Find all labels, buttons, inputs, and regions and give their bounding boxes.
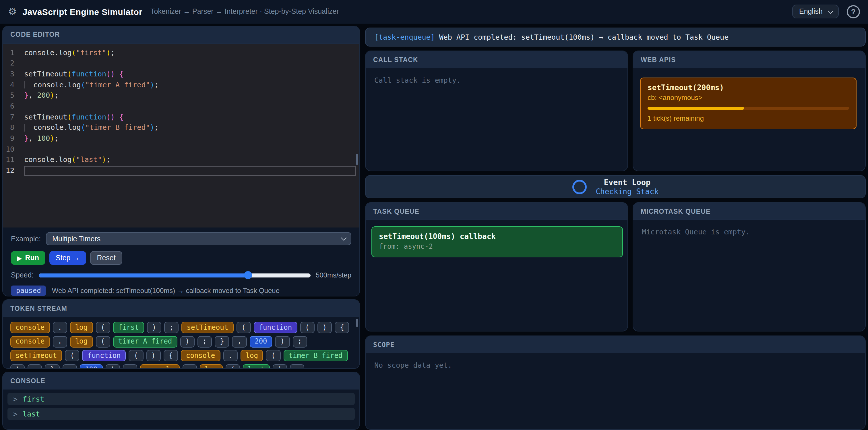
code-line-text bbox=[24, 166, 360, 176]
token-chip: ; bbox=[123, 364, 137, 369]
code-token: ( bbox=[81, 123, 85, 133]
top-bar: ⚙ JavaScript Engine Simulator Tokenizer … bbox=[0, 0, 868, 24]
code-token: console.log bbox=[24, 155, 72, 166]
token-chip: ( bbox=[236, 322, 251, 333]
token-chip: first bbox=[113, 322, 144, 333]
help-icon: ? bbox=[851, 7, 856, 16]
token-chip: . bbox=[53, 322, 67, 333]
token-chip: ) bbox=[10, 364, 25, 369]
code-token: function bbox=[72, 112, 106, 122]
code-line[interactable]: 8 console.log("timer B fired"); bbox=[3, 123, 360, 133]
code-token: function bbox=[72, 69, 106, 80]
console-entry-value: first bbox=[23, 395, 44, 403]
console-entry-value: last bbox=[23, 410, 40, 418]
code-line-text: setTimeout(function() { bbox=[24, 112, 360, 122]
line-number: 3 bbox=[3, 69, 24, 80]
scope-header: SCOPE bbox=[366, 336, 865, 353]
controls-section: Example: Multiple Timers ▶ Run Step → bbox=[3, 228, 360, 296]
app-root: ⚙ JavaScript Engine Simulator Tokenizer … bbox=[0, 0, 868, 430]
reset-button[interactable]: Reset bbox=[90, 251, 122, 265]
code-line-text bbox=[24, 101, 360, 112]
token-scrollbar[interactable] bbox=[356, 319, 358, 327]
step-button[interactable]: Step → bbox=[50, 251, 86, 265]
token-chip: log bbox=[70, 336, 93, 347]
code-line[interactable]: 11console.log("last"); bbox=[3, 155, 360, 166]
code-token bbox=[115, 112, 119, 122]
code-token: ) bbox=[150, 80, 154, 90]
code-token: 100 bbox=[37, 133, 50, 144]
code-editor[interactable]: 1console.log("first");23setTimeout(funct… bbox=[3, 44, 360, 228]
line-number: 5 bbox=[3, 90, 24, 101]
code-line-text: setTimeout(function() { bbox=[24, 69, 360, 80]
code-line[interactable]: 6 bbox=[3, 101, 360, 112]
code-token: , bbox=[28, 133, 37, 144]
code-line[interactable]: 10 bbox=[3, 144, 360, 155]
code-line[interactable]: 12 bbox=[3, 166, 360, 176]
example-select[interactable]: Multiple Timers bbox=[46, 232, 351, 245]
token-chip: ( bbox=[96, 336, 110, 347]
help-button[interactable]: ? bbox=[847, 5, 860, 18]
speed-slider[interactable] bbox=[39, 273, 311, 277]
code-line[interactable]: 1console.log("first"); bbox=[3, 48, 360, 58]
editor-scrollbar[interactable] bbox=[356, 154, 358, 165]
code-token: "timer A fired" bbox=[85, 80, 150, 90]
code-token: () bbox=[106, 112, 115, 122]
code-token bbox=[115, 69, 119, 80]
code-line-text: console.log("timer B fired"); bbox=[24, 123, 360, 133]
code-token: () bbox=[106, 69, 115, 80]
token-chip: timer A fired bbox=[113, 336, 177, 347]
code-token: setTimeout bbox=[24, 112, 67, 122]
console-prompt: > bbox=[13, 395, 18, 403]
line-number: 6 bbox=[3, 101, 24, 112]
code-token: ( bbox=[81, 80, 85, 90]
token-chip: function bbox=[82, 350, 126, 361]
task-queue-item-source: from: async-2 bbox=[379, 242, 615, 251]
play-icon: ▶ bbox=[17, 255, 22, 261]
app-title: JavaScript Engine Simulator bbox=[23, 7, 143, 17]
code-line[interactable]: 2 bbox=[3, 58, 360, 69]
speed-slider-thumb[interactable] bbox=[244, 271, 252, 279]
token-chip: ; bbox=[197, 336, 212, 347]
active-line-cursor-box[interactable] bbox=[24, 166, 356, 176]
token-chip: console bbox=[10, 322, 50, 333]
token-chip: 100 bbox=[80, 364, 102, 369]
token-chip: 200 bbox=[249, 336, 272, 347]
code-token: ) bbox=[150, 123, 154, 133]
microtask-queue-header: MICROTASK QUEUE bbox=[633, 203, 865, 220]
token-chip: ) bbox=[105, 364, 120, 369]
token-chip: ( bbox=[300, 322, 314, 333]
token-chip: . bbox=[182, 364, 197, 369]
task-queue-panel: TASK QUEUE setTimeout(100ms) callback fr… bbox=[365, 202, 628, 332]
language-select-value: English bbox=[799, 7, 823, 16]
code-token: ( bbox=[72, 155, 76, 166]
web-api-ticks-remaining: 1 tick(s) remaining bbox=[648, 114, 849, 122]
web-api-timer-title: setTimeout(200ms) bbox=[648, 83, 849, 92]
token-chip: setTimeout bbox=[182, 322, 234, 333]
code-token: "last" bbox=[76, 155, 102, 166]
call-stack-panel: CALL STACK Call stack is empty. bbox=[365, 51, 628, 171]
console-body: >first>last bbox=[3, 390, 360, 423]
code-line[interactable]: 5}, 200); bbox=[3, 90, 360, 101]
language-select[interactable]: English bbox=[792, 5, 839, 19]
code-line[interactable]: 9}, 100); bbox=[3, 133, 360, 144]
web-api-timer-callback: cb: <anonymous> bbox=[648, 94, 849, 102]
event-banner-text: Web API completed: setTimeout(100ms) → c… bbox=[435, 33, 729, 41]
code-token: ; bbox=[54, 90, 59, 101]
token-chip: ; bbox=[164, 322, 179, 333]
breadcrumb: Tokenizer → Parser → Interpreter · Step-… bbox=[150, 7, 339, 16]
web-apis-panel: WEB APIS setTimeout(200ms) cb: <anonymou… bbox=[632, 51, 866, 171]
code-line[interactable]: 7setTimeout(function() { bbox=[3, 112, 360, 122]
code-line[interactable]: 4 console.log("timer A fired"); bbox=[3, 80, 360, 90]
token-chip: ; bbox=[292, 336, 307, 347]
code-line-text: }, 100); bbox=[24, 133, 360, 144]
token-chip: ) bbox=[317, 322, 332, 333]
task-queue-item-title: setTimeout(100ms) callback bbox=[379, 232, 615, 241]
token-chip: console bbox=[10, 336, 50, 347]
code-line[interactable]: 3setTimeout(function() { bbox=[3, 69, 360, 80]
console-entry: >last bbox=[7, 408, 355, 420]
token-chip: ) bbox=[275, 336, 290, 347]
code-line-text bbox=[24, 144, 360, 155]
run-button[interactable]: ▶ Run bbox=[11, 251, 45, 265]
code-token: ; bbox=[106, 155, 111, 166]
speed-label: Speed: bbox=[11, 271, 34, 279]
